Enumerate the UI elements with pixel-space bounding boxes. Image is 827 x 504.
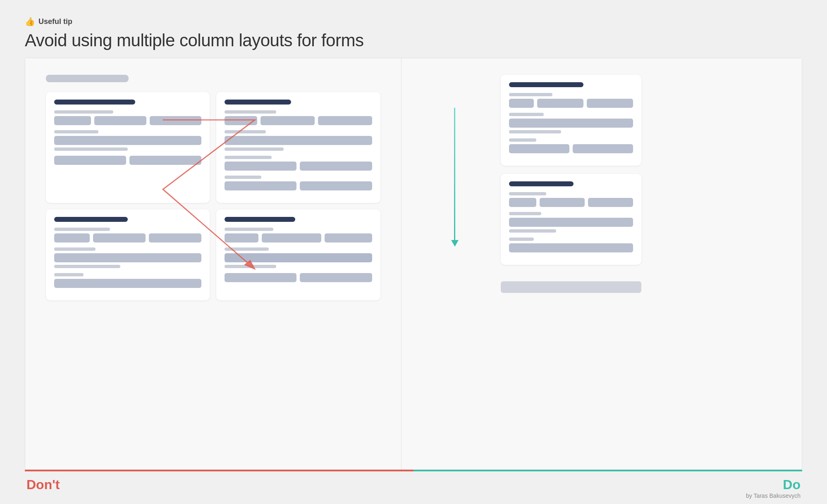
form-card-2 xyxy=(216,92,380,203)
tip-line: 👍 Useful tip xyxy=(25,17,802,26)
tip-label: Useful tip xyxy=(38,17,72,26)
single-column-cards xyxy=(501,75,641,293)
dont-section: Don't xyxy=(25,470,414,504)
thumbs-up-icon: 👍 xyxy=(25,17,35,26)
card2-title xyxy=(225,100,291,105)
card4-title xyxy=(225,217,295,222)
top-bar-decoration xyxy=(46,75,129,82)
arrow-line xyxy=(454,108,455,240)
card1-title xyxy=(54,100,135,105)
right-card1-title xyxy=(509,82,583,87)
bottom-bar-decoration xyxy=(501,281,641,293)
form-card-4 xyxy=(216,209,380,300)
right-form-card-1 xyxy=(501,75,641,166)
field-group xyxy=(54,110,201,125)
vertical-arrow xyxy=(451,108,459,247)
page-title: Avoid using multiple column layouts for … xyxy=(25,31,802,50)
multi-column-grid xyxy=(46,92,380,300)
content-area xyxy=(25,58,802,470)
do-label: Do xyxy=(783,477,802,492)
do-section: Do by Taras Bakusevych xyxy=(414,470,802,504)
right-form-card-2 xyxy=(501,174,641,265)
arrow-head xyxy=(451,240,459,247)
page-header: 👍 Useful tip Avoid using multiple column… xyxy=(25,17,802,50)
right-card2-title xyxy=(509,181,574,186)
form-card-1 xyxy=(46,92,210,203)
dont-label: Don't xyxy=(25,477,60,492)
dont-panel xyxy=(25,58,402,469)
do-panel xyxy=(402,58,802,469)
form-card-3 xyxy=(46,209,210,300)
author-credit: by Taras Bakusevych xyxy=(746,492,802,499)
card3-title xyxy=(54,217,128,222)
bottom-labels: Don't Do by Taras Bakusevych xyxy=(25,470,802,504)
